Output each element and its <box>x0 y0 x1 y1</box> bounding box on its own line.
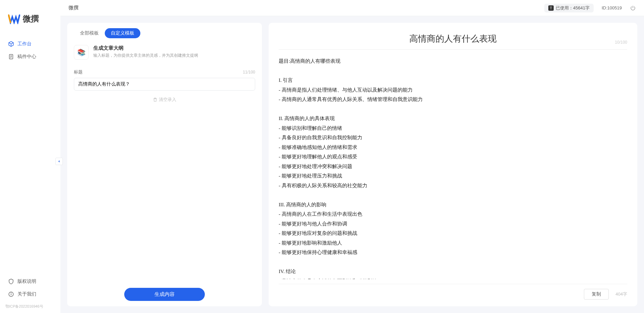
user-id: ID:100519 <box>602 5 622 10</box>
cube-icon <box>8 41 14 47</box>
brand-text: 微撰 <box>23 13 39 24</box>
copy-button[interactable]: 复制 <box>584 289 609 300</box>
usage-badge: T 已使用：45641字 <box>544 4 594 12</box>
shield-icon <box>8 278 14 284</box>
template-desc: 输入标题，为你提供文章主体的灵感，并为其创建推文提纲 <box>93 53 198 58</box>
chevron-left-icon <box>57 160 61 163</box>
svg-point-6 <box>11 293 11 293</box>
content: 全部模板 自定义模板 📚 生成文章大纲 输入标题，为你提供文章主体的灵感，并为其… <box>60 16 644 313</box>
document-title[interactable]: 高情商的人有什么表现 <box>279 33 627 45</box>
nav-copyright-label: 版权说明 <box>17 278 36 284</box>
text-count-icon: T <box>548 5 554 11</box>
tab-custom-templates[interactable]: 自定义模板 <box>105 28 140 38</box>
topbar: 微撰 T 已使用：45641字 ID:100519 <box>60 0 644 16</box>
trash-icon <box>153 97 157 102</box>
nav-drafts-label: 稿件中心 <box>17 54 36 60</box>
nav: 工作台 稿件中心 <box>0 38 60 275</box>
document-footer: 复制 404字 <box>279 284 627 300</box>
title-input[interactable] <box>74 78 255 91</box>
nav-workbench[interactable]: 工作台 <box>4 38 56 50</box>
document-body[interactable]: 题目:高情商的人有哪些表现 I. 引言 - 高情商是指人们处理情绪、与他人互动以… <box>279 56 627 279</box>
title-char-counter: 11/100 <box>243 70 255 74</box>
books-icon: 📚 <box>74 45 89 60</box>
sidebar: 微撰 工作台 稿件中心 版权说明 <box>0 0 60 313</box>
usage-label: 已使用：45641字 <box>556 5 590 11</box>
sidebar-collapse-handle[interactable] <box>55 158 63 165</box>
nav-about[interactable]: 关于我们 <box>4 288 56 301</box>
nav-about-label: 关于我们 <box>17 291 36 297</box>
tab-all-templates[interactable]: 全部模板 <box>74 28 105 38</box>
page-title: 微撰 <box>68 5 79 11</box>
nav-drafts[interactable]: 稿件中心 <box>4 50 56 63</box>
generate-button[interactable]: 生成内容 <box>124 288 205 301</box>
topbar-right: T 已使用：45641字 ID:100519 <box>544 4 636 12</box>
right-panel: 高情商的人有什么表现 10/100 题目:高情商的人有哪些表现 I. 引言 - … <box>269 23 637 306</box>
left-panel: 全部模板 自定义模板 📚 生成文章大纲 输入标题，为你提供文章主体的灵感，并为其… <box>67 23 262 306</box>
logo-icon <box>8 13 20 24</box>
clear-input-button[interactable]: 清空录入 <box>74 97 255 103</box>
word-count: 404字 <box>615 291 627 297</box>
brand-logo: 微撰 <box>0 10 60 38</box>
template-card: 📚 生成文章大纲 输入标题，为你提供文章主体的灵感，并为其创建推文提纲 <box>74 45 255 60</box>
bottom-nav: 版权说明 关于我们 <box>0 275 60 304</box>
icp-footer: 鄂ICP备2022016946号 <box>0 304 60 313</box>
info-icon <box>8 291 14 297</box>
template-name: 生成文章大纲 <box>93 45 198 51</box>
power-icon[interactable] <box>630 5 636 11</box>
nav-workbench-label: 工作台 <box>17 41 32 47</box>
template-tabs: 全部模板 自定义模板 <box>74 28 255 38</box>
document-icon <box>8 54 14 60</box>
nav-copyright[interactable]: 版权说明 <box>4 275 56 288</box>
document-title-counter: 10/100 <box>615 40 627 45</box>
clear-input-label: 清空录入 <box>159 97 176 103</box>
main: 微撰 T 已使用：45641字 ID:100519 全部模板 自定义模板 <box>60 0 644 313</box>
title-field-label: 标题 <box>74 69 83 75</box>
